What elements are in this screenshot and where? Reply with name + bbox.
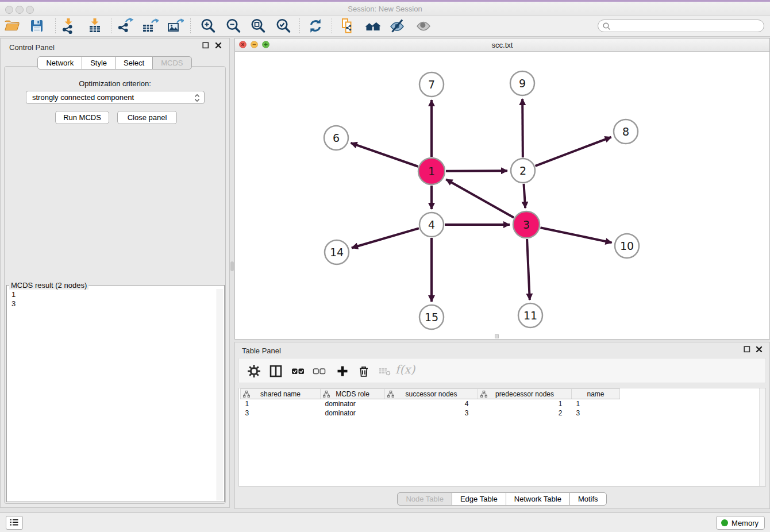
eye-slash-icon xyxy=(388,17,406,34)
column-header-name[interactable]: name xyxy=(572,389,620,399)
table-row[interactable]: 3dominator323 xyxy=(241,408,620,418)
table-cell[interactable]: 4 xyxy=(385,399,478,409)
close-panel-action-button[interactable]: Close panel xyxy=(117,111,177,124)
close-icon xyxy=(756,346,763,353)
export-network-button[interactable] xyxy=(117,17,134,34)
hide-selected-button[interactable] xyxy=(388,17,406,34)
refresh-icon xyxy=(307,17,324,34)
tab-mcds[interactable]: MCDS xyxy=(152,56,191,70)
graph-edge-1-6[interactable] xyxy=(351,143,418,167)
graph-node-label: 8 xyxy=(622,125,629,138)
split-columns-button[interactable] xyxy=(268,365,283,379)
canvas-resize-handle[interactable] xyxy=(495,334,499,338)
show-all-button[interactable] xyxy=(415,17,432,34)
window-titlebar: Session: New Session xyxy=(0,0,770,16)
close-table-panel-button[interactable] xyxy=(755,346,763,354)
import-network-button[interactable] xyxy=(60,17,77,34)
search-input[interactable] xyxy=(612,21,760,32)
float-icon xyxy=(744,346,750,353)
tab-network[interactable]: Network xyxy=(37,56,82,70)
graph-edge-4-14[interactable] xyxy=(352,228,419,248)
search-icon xyxy=(602,22,611,30)
toolbar-separator xyxy=(299,18,300,33)
deselect-all-columns-button[interactable] xyxy=(312,365,327,379)
float-table-panel-button[interactable] xyxy=(743,346,751,354)
column-header-successor-nodes[interactable]: successor nodes xyxy=(385,389,478,399)
dropdown-stepper-icon xyxy=(194,94,200,102)
task-history-button[interactable] xyxy=(6,516,23,530)
graph-edge-1-2[interactable] xyxy=(446,171,507,171)
tab-select[interactable]: Select xyxy=(115,56,153,70)
table-cell[interactable]: dominator xyxy=(321,408,385,418)
table-cell[interactable]: 3 xyxy=(572,408,620,418)
criterion-value: strongly connected component xyxy=(32,93,134,102)
delete-column-button[interactable] xyxy=(356,365,371,379)
graph-edge-3-10[interactable] xyxy=(540,228,611,242)
eye-icon xyxy=(415,17,432,34)
network-canvas[interactable]: 1234678910111415 xyxy=(235,52,769,339)
table-scrollbar[interactable] xyxy=(759,388,765,486)
result-scrollbar[interactable] xyxy=(217,289,223,500)
export-network-icon xyxy=(117,17,134,34)
status-bar: Memory xyxy=(0,512,770,532)
run-mcds-button[interactable]: Run MCDS xyxy=(55,111,109,124)
graph-node-label: 15 xyxy=(425,311,438,323)
table-cell[interactable]: 1 xyxy=(478,399,572,409)
search-field[interactable] xyxy=(598,20,764,32)
import-table-button[interactable] xyxy=(86,17,103,34)
column-header-shared-name[interactable]: shared name xyxy=(241,389,321,399)
duplicate-network-view-button[interactable] xyxy=(339,17,356,34)
float-panel-button[interactable] xyxy=(202,42,210,50)
add-column-button[interactable] xyxy=(335,365,350,379)
tab-network-table[interactable]: Network Table xyxy=(506,492,570,506)
network-view-window: scc.txt 1234678910111415 xyxy=(234,38,770,340)
export-image-button[interactable] xyxy=(167,17,184,34)
table-cell[interactable]: 1 xyxy=(241,399,321,409)
close-panel-button[interactable] xyxy=(214,42,222,50)
table-cell[interactable]: 2 xyxy=(478,408,572,418)
mcds-result-list: 13 xyxy=(8,289,216,500)
graph-edge-2-9[interactable] xyxy=(522,99,523,157)
table-settings-button[interactable] xyxy=(247,365,261,379)
graph-node-label: 3 xyxy=(523,218,530,231)
export-table-button[interactable] xyxy=(141,17,159,34)
column-header-predecessor-nodes[interactable]: predecessor nodes xyxy=(478,389,572,399)
table-header-row: shared nameMCDS rolesuccessor nodesprede… xyxy=(241,389,620,399)
select-all-columns-button[interactable] xyxy=(291,365,306,379)
criterion-dropdown[interactable]: strongly connected component xyxy=(26,91,205,104)
control-panel-tabs: NetworkStyleSelectMCDS xyxy=(1,56,229,70)
graph-edge-3-11[interactable] xyxy=(527,239,530,300)
graph-edge-3-1[interactable] xyxy=(446,179,514,217)
table-cell[interactable]: 3 xyxy=(385,408,478,418)
tab-style[interactable]: Style xyxy=(82,56,116,70)
zoom-in-button[interactable] xyxy=(199,17,217,34)
houses-icon xyxy=(364,17,382,34)
table-row[interactable]: 1dominator411 xyxy=(241,399,620,409)
table-cell[interactable]: dominator xyxy=(321,399,385,409)
plus-icon xyxy=(336,365,349,377)
table-cell[interactable]: 1 xyxy=(572,399,620,409)
zoom-selected-button[interactable] xyxy=(275,17,292,34)
open-file-button[interactable] xyxy=(3,17,21,34)
divider-scroll-handle[interactable] xyxy=(230,261,234,271)
home-views-button[interactable] xyxy=(364,17,382,34)
zoom-out-button[interactable] xyxy=(225,17,242,34)
memory-button[interactable]: Memory xyxy=(716,516,765,530)
tab-edge-table[interactable]: Edge Table xyxy=(452,492,506,506)
column-header-MCDS-role[interactable]: MCDS role xyxy=(321,389,385,399)
toolbar-separator xyxy=(190,18,191,33)
refresh-view-button[interactable] xyxy=(307,17,324,34)
graph-node-label: 2 xyxy=(519,164,526,177)
graph-edge-2-8[interactable] xyxy=(536,137,611,166)
control-panel-title: Control Panel xyxy=(9,43,55,52)
graph-node-label: 1 xyxy=(428,165,435,178)
table-cell[interactable]: 3 xyxy=(241,408,321,418)
tab-motifs[interactable]: Motifs xyxy=(569,492,607,506)
graph-edge-2-3[interactable] xyxy=(523,184,525,208)
unchecked-boxes-icon xyxy=(313,365,326,377)
save-floppy-icon xyxy=(28,17,45,34)
save-session-button[interactable] xyxy=(28,17,45,34)
zoom-fit-button[interactable] xyxy=(249,17,267,34)
duplicate-pages-icon xyxy=(339,17,356,34)
tab-node-table[interactable]: Node Table xyxy=(397,492,452,506)
